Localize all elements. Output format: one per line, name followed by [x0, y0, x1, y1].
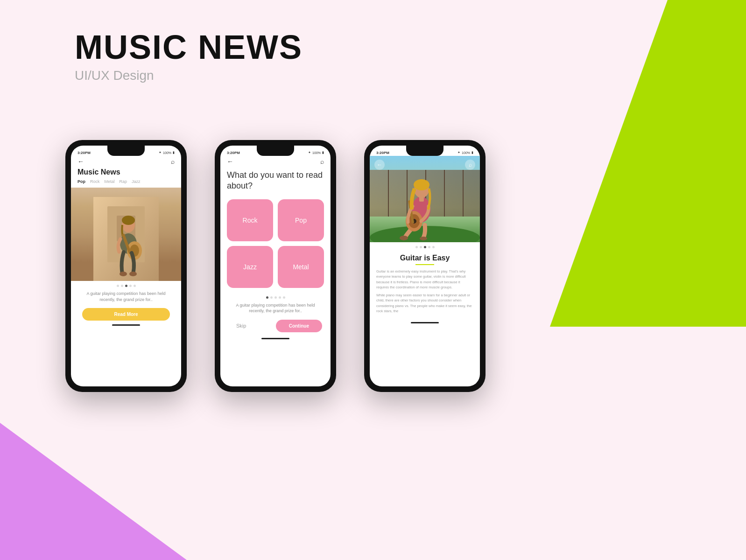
phone2-dot-1-active — [266, 296, 268, 299]
battery-icon-3: ▮ — [472, 151, 473, 154]
phone3-dots — [370, 242, 480, 250]
phone3-hero-image: ← ⌕ — [370, 156, 480, 242]
phone1-category-tabs: Pop Rock Metal Rap Jazz — [71, 179, 181, 188]
battery-text: 100% — [163, 151, 171, 154]
phone3-nav-overlay: ← ⌕ — [370, 160, 480, 170]
phone3-time: 3:20PM — [376, 151, 389, 155]
dot-5 — [134, 285, 136, 287]
phone3-dot-1 — [415, 246, 418, 248]
battery-text-3: 100% — [462, 151, 470, 154]
phone1-back-button[interactable]: ← — [77, 158, 84, 165]
phone3-status-bar: 3:20PM ✦ 100% ▮ — [370, 146, 480, 156]
phone2-dot-4 — [279, 296, 281, 299]
svg-point-19 — [400, 236, 408, 240]
tab-rap[interactable]: Rap — [120, 179, 127, 184]
phone3-dot-2 — [420, 246, 422, 248]
genre-pop[interactable]: Pop — [278, 199, 324, 241]
genre-metal[interactable]: Metal — [278, 246, 324, 288]
phone3-dot-4 — [428, 246, 430, 248]
phone2-dots — [227, 293, 324, 301]
phone2-nav: ← ⌕ — [220, 156, 331, 167]
background-purple-shape — [0, 364, 187, 560]
page-subtitle: UI/UX Design — [75, 68, 303, 83]
phone2-home-indicator — [261, 338, 289, 339]
phone2-status-bar: 3:20PM ✦ 100% ▮ — [220, 146, 331, 156]
phone1-dots — [71, 281, 181, 289]
dot-1 — [117, 285, 119, 287]
phone1-status-icons: ✦ 100% ▮ — [159, 151, 175, 154]
tab-jazz[interactable]: Jazz — [132, 179, 141, 184]
read-more-button[interactable]: Read More — [82, 308, 170, 321]
battery-icon-2: ▮ — [322, 151, 324, 154]
svg-point-10 — [129, 272, 137, 276]
phone1-caption: A guitar playing competition has been he… — [71, 289, 181, 304]
svg-point-28 — [414, 179, 429, 190]
phone2-back-button[interactable]: ← — [227, 158, 233, 165]
phone2-dot-3 — [274, 296, 277, 299]
phones-container: 3:20PM ✦ 100% ▮ ← ⌕ Music News Pop Rock … — [65, 140, 486, 392]
genre-grid: Rock Pop Jazz Metal — [227, 199, 324, 288]
phone2-caption: A guitar playing competition has been he… — [227, 301, 324, 316]
tab-pop[interactable]: Pop — [77, 179, 85, 184]
phone1-time: 3:20PM — [77, 151, 91, 155]
guitar-player-illustration — [93, 197, 159, 281]
genre-jazz[interactable]: Jazz — [227, 246, 273, 288]
phone-3: 3:20PM ✦ 100% ▮ ← ⌕ — [364, 140, 486, 392]
phone2-status-icons: ✦ 100% ▮ — [308, 151, 324, 154]
phone3-article-para2: While piano may seem easier to learn for… — [376, 293, 473, 314]
phone3-back-button[interactable]: ← — [374, 160, 385, 170]
phone3-dot-3-active — [424, 246, 426, 248]
svg-point-9 — [120, 272, 127, 276]
phone1-search-button[interactable]: ⌕ — [171, 158, 175, 165]
phone2-search-button[interactable]: ⌕ — [320, 158, 324, 165]
phone3-status-icons: ✦ 100% ▮ — [457, 151, 473, 154]
phone1-hero-image — [71, 188, 181, 281]
phone-1: 3:20PM ✦ 100% ▮ ← ⌕ Music News Pop Rock … — [65, 140, 187, 392]
skip-button[interactable]: Skip — [229, 320, 253, 331]
page-title: MUSIC NEWS — [75, 28, 303, 66]
phone2-content: What do you want to read about? Rock Pop… — [220, 167, 331, 336]
battery-text-2: 100% — [312, 151, 321, 154]
bluetooth-icon-2: ✦ — [308, 151, 311, 154]
phone2-dot-2 — [270, 296, 273, 299]
continue-button[interactable]: Continue — [276, 320, 322, 332]
phone3-title-underline — [415, 264, 434, 265]
svg-point-4 — [122, 216, 135, 225]
phone3-home-indicator — [411, 322, 439, 323]
dot-4 — [129, 285, 132, 287]
phone2-dot-5 — [283, 296, 285, 299]
phone3-article: Guitar is Easy Guitar is an extremely ea… — [370, 250, 480, 320]
tab-metal[interactable]: Metal — [105, 179, 115, 184]
tab-rock[interactable]: Rock — [90, 179, 100, 184]
phone2-time: 3:20PM — [227, 151, 240, 155]
phone3-dot-5 — [432, 246, 435, 248]
phone3-article-para1: Guitar is an extremely easy instrument t… — [376, 269, 473, 290]
phone2-question: What do you want to read about? — [227, 167, 324, 199]
phone-3-screen: 3:20PM ✦ 100% ▮ ← ⌕ — [370, 146, 480, 386]
phone-1-screen: 3:20PM ✦ 100% ▮ ← ⌕ Music News Pop Rock … — [71, 146, 181, 386]
bluetooth-icon: ✦ — [159, 151, 162, 154]
phone-2-screen: 3:20PM ✦ 100% ▮ ← ⌕ What do you want to … — [220, 146, 331, 386]
bluetooth-icon-3: ✦ — [457, 151, 460, 154]
battery-icon: ▮ — [173, 151, 175, 154]
header: MUSIC NEWS UI/UX Design — [75, 28, 303, 83]
phone3-article-title: Guitar is Easy — [376, 254, 473, 262]
svg-point-20 — [420, 237, 427, 240]
genre-rock[interactable]: Rock — [227, 199, 273, 241]
phone-2: 3:20PM ✦ 100% ▮ ← ⌕ What do you want to … — [215, 140, 336, 392]
phone1-image-overlay — [71, 188, 181, 281]
phone2-action-buttons: Skip Continue — [227, 316, 324, 336]
dot-3-active — [125, 285, 127, 287]
phone1-screen-title: Music News — [71, 167, 181, 179]
phone3-search-button[interactable]: ⌕ — [465, 160, 475, 170]
phone1-status-bar: 3:20PM ✦ 100% ▮ — [71, 146, 181, 156]
dot-2 — [121, 285, 123, 287]
background-green-shape — [550, 0, 746, 327]
phone1-home-indicator — [112, 324, 140, 326]
phone1-nav: ← ⌕ — [71, 156, 181, 167]
